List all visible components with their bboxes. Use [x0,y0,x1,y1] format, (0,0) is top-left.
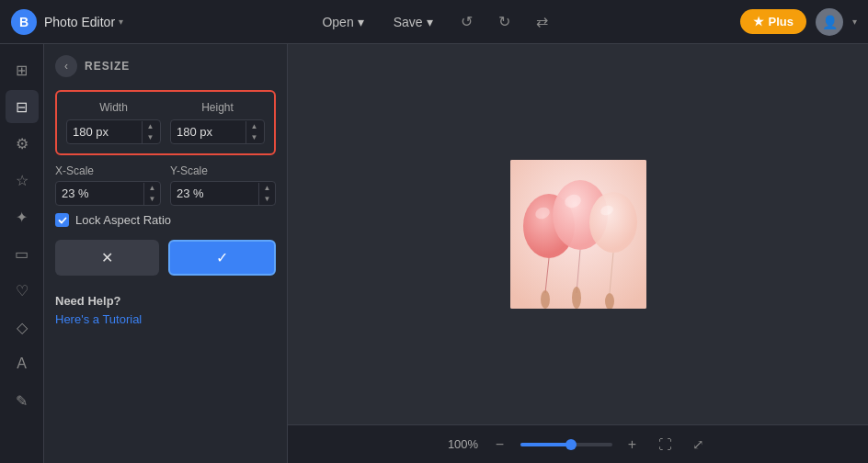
avatar[interactable]: 👤 [816,8,843,36]
sidebar-item-effects[interactable]: ☆ [6,164,39,197]
width-height-box: Width Height ▲ ▼ ▲ ▼ [55,90,276,155]
y-scale-up-button[interactable]: ▲ [259,183,275,194]
sidebar-item-draw[interactable]: ✎ [6,384,39,417]
zoom-out-button[interactable]: − [489,434,511,456]
height-input[interactable] [171,120,246,143]
y-scale-input[interactable] [171,182,258,205]
cancel-button[interactable]: ✕ [55,240,159,276]
width-down-button[interactable]: ▼ [143,132,158,143]
y-scale-input-wrap: ▲ ▼ [170,181,276,206]
bottom-bar: 100% − + ⛶ ⤢ [288,424,868,463]
help-link[interactable]: Here's a Tutorial [55,312,142,326]
height-spinners: ▲ ▼ [246,121,262,143]
lock-aspect-label: Lock Aspect Ratio [75,213,171,227]
app-title: Photo Editor [44,15,115,29]
canvas-area: 100% − + ⛶ ⤢ [288,44,868,463]
width-input-wrap: ▲ ▼ [66,119,161,144]
main-area: ⊞ ⊟ ⚙ ☆ ✦ ▭ ♡ ◇ A ✎ ‹ RESIZE Width Heigh… [0,44,868,463]
checkmark-icon [58,216,67,225]
y-scale-spinners: ▲ ▼ [258,183,275,205]
wh-labels: Width Height [66,101,265,114]
back-button[interactable]: ‹ [55,55,77,77]
title-chevron[interactable]: ▾ [119,17,123,27]
icon-sidebar: ⊞ ⊟ ⚙ ☆ ✦ ▭ ♡ ◇ A ✎ [0,44,44,463]
zoom-slider-thumb[interactable] [565,439,577,450]
fit-screen-button[interactable]: ⛶ [653,433,678,456]
height-up-button[interactable]: ▲ [246,121,262,132]
zoom-slider[interactable] [520,443,612,446]
x-scale-label: X-Scale [55,164,161,177]
plus-button[interactable]: ★ Plus [740,9,806,34]
x-scale-input[interactable] [56,182,143,205]
sidebar-item-elements[interactable]: ✦ [6,200,39,233]
y-scale-label: Y-Scale [170,164,276,177]
fullscreen-button[interactable]: ⤢ [687,433,710,457]
x-scale-down-button[interactable]: ▼ [144,194,160,205]
sidebar-item-favorites[interactable]: ♡ [6,274,39,307]
width-up-button[interactable]: ▲ [143,121,158,132]
height-input-wrap: ▲ ▼ [170,119,265,144]
panel-header: ‹ RESIZE [55,55,276,77]
photo-image [510,160,646,309]
sidebar-item-canvas[interactable]: ⊟ [6,90,39,123]
zoom-level: 100% [447,437,480,451]
lock-aspect-checkbox[interactable] [55,213,69,227]
zoom-in-button[interactable]: + [622,434,644,456]
undo-button[interactable]: ↺ [455,9,478,34]
height-label: Height [170,101,265,114]
panel-title: RESIZE [85,60,130,73]
plus-star-icon: ★ [753,15,764,28]
x-scale-group: X-Scale ▲ ▼ [55,164,161,206]
help-section: Need Help? Here's a Tutorial [55,294,276,327]
header-right: ★ Plus 👤 ▾ [740,8,857,36]
svg-point-11 [572,287,581,309]
save-button[interactable]: Save ▾ [386,11,440,33]
sidebar-item-adjustments[interactable]: ⚙ [6,127,39,160]
redo-button[interactable]: ↻ [493,9,516,34]
wh-inputs: ▲ ▼ ▲ ▼ [66,119,265,144]
avatar-chevron[interactable]: ▾ [852,17,857,27]
cancel-icon: ✕ [101,249,113,266]
width-label: Width [66,101,161,114]
width-spinners: ▲ ▼ [142,121,158,143]
svg-point-10 [541,290,550,309]
app-header: B Photo Editor ▾ Open ▾ Save ▾ ↺ ↻ ⇄ ★ P… [0,0,868,44]
apply-icon: ✓ [216,249,228,266]
sidebar-item-layers[interactable]: ⊞ [6,53,39,86]
lock-aspect-row: Lock Aspect Ratio [55,213,276,227]
sidebar-item-frames[interactable]: ▭ [6,237,39,270]
y-scale-down-button[interactable]: ▼ [259,194,275,205]
canvas-content [288,44,868,424]
balloons-svg [510,160,646,309]
zoom-slider-fill [520,443,571,446]
flip-button[interactable]: ⇄ [531,9,554,34]
x-scale-input-wrap: ▲ ▼ [55,181,161,206]
resize-panel: ‹ RESIZE Width Height ▲ ▼ [44,44,288,463]
apply-button[interactable]: ✓ [168,240,276,276]
x-scale-up-button[interactable]: ▲ [144,183,160,194]
width-input[interactable] [67,120,142,143]
action-row: ✕ ✓ [55,240,276,276]
help-title: Need Help? [55,294,276,308]
height-down-button[interactable]: ▼ [246,132,262,143]
sidebar-item-text[interactable]: A [6,347,39,380]
open-button[interactable]: Open ▾ [314,11,371,33]
scale-row: X-Scale ▲ ▼ Y-Scale ▲ ▼ [55,164,276,206]
sidebar-item-shapes[interactable]: ◇ [6,311,39,344]
y-scale-group: Y-Scale ▲ ▼ [170,164,276,206]
x-scale-spinners: ▲ ▼ [143,183,160,205]
app-logo: B [11,9,37,35]
header-center-actions: Open ▾ Save ▾ ↺ ↻ ⇄ [314,9,553,34]
svg-point-7 [589,192,637,253]
